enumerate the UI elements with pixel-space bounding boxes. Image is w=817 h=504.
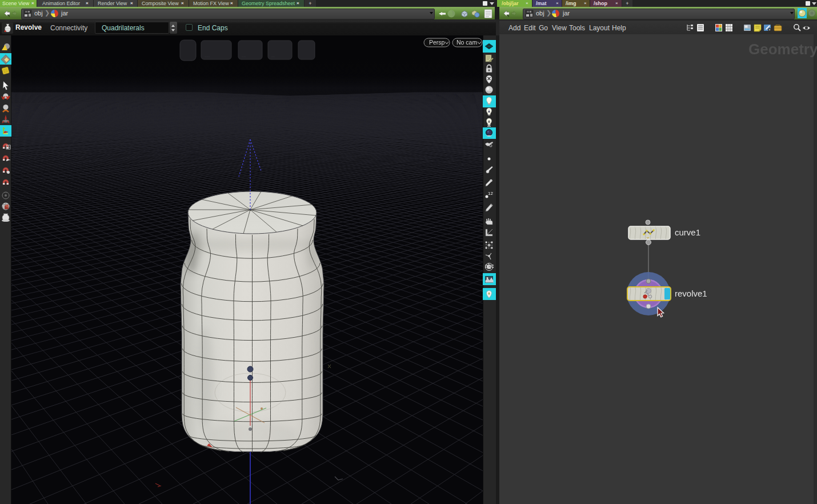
svg-text:...: ...: [271, 54, 275, 58]
svg-text:No cam: No cam: [456, 39, 477, 46]
svg-text:12: 12: [488, 191, 493, 196]
svg-text:.....: .....: [205, 54, 210, 58]
svg-text:....: ....: [242, 54, 246, 58]
svg-text:curve1: curve1: [675, 227, 700, 237]
svg-text:revolve1: revolve1: [675, 289, 707, 298]
svg-text:Persp: Persp: [429, 39, 445, 46]
